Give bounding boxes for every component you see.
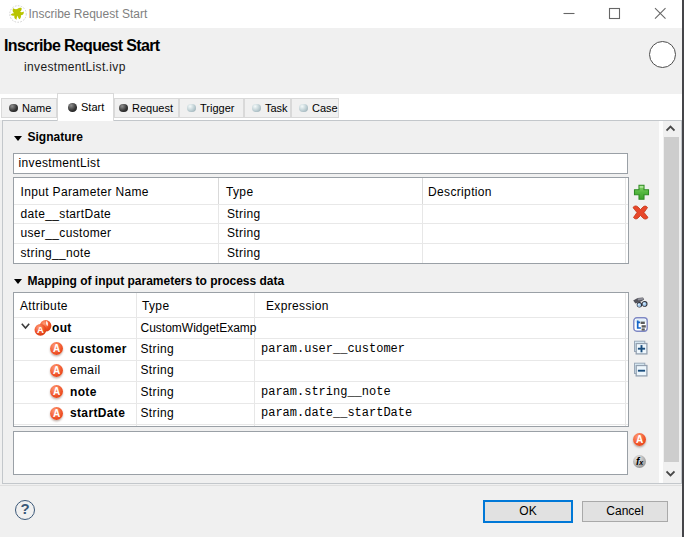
svg-text:A: A [37,324,44,335]
